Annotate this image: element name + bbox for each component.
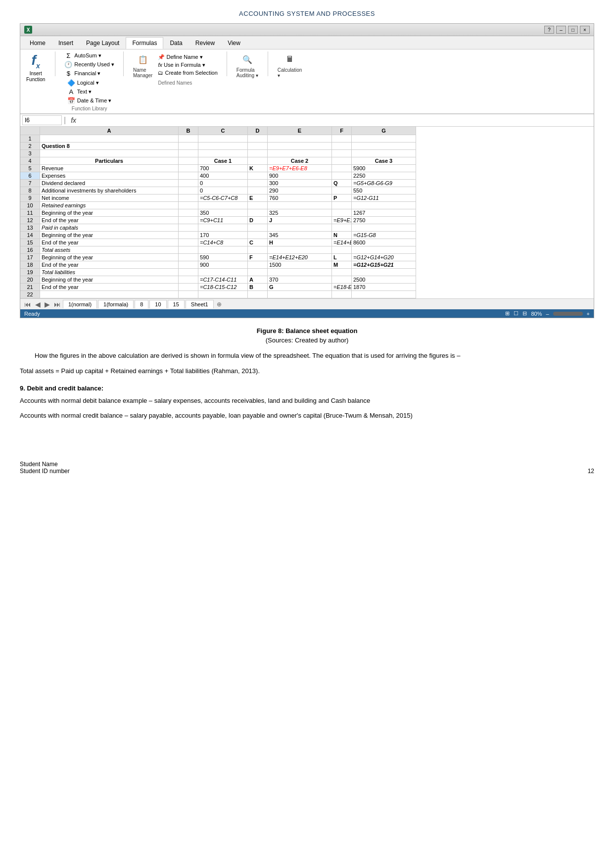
new-sheet-button[interactable]: ⊕ (217, 301, 222, 308)
cell-f5[interactable] (332, 165, 352, 172)
cell-b13[interactable] (179, 224, 198, 232)
cell-a9[interactable]: Net income (40, 194, 179, 202)
restore-button[interactable]: □ (568, 26, 578, 34)
cell-f13[interactable] (332, 224, 352, 232)
cell-e19[interactable] (268, 269, 332, 276)
cell-f19[interactable] (332, 269, 352, 276)
cell-d18[interactable] (248, 261, 268, 269)
sheet-tab-15[interactable]: 15 (168, 300, 185, 308)
cell-f6[interactable] (332, 172, 352, 180)
cell-g1[interactable] (352, 135, 416, 143)
cell-c19[interactable] (198, 269, 248, 276)
cell-a6[interactable]: Expenses (40, 172, 179, 180)
cell-e2[interactable] (268, 143, 332, 150)
cell-f2[interactable] (332, 143, 352, 150)
cell-f20[interactable] (332, 276, 352, 284)
cell-e5[interactable]: =E9+E7+E6-E8 (268, 165, 332, 172)
cell-b20[interactable] (179, 276, 198, 284)
cell-g18[interactable]: =G12+G15+G21 (352, 261, 416, 269)
tab-data[interactable]: Data (163, 37, 189, 49)
zoom-in-icon[interactable]: + (587, 311, 590, 317)
cell-g15[interactable]: 8600 (352, 239, 416, 246)
cell-a4[interactable]: Particulars (40, 157, 179, 165)
cell-c4[interactable]: Case 1 (198, 157, 248, 165)
calculation-button[interactable]: 🖩 Calculation▾ (276, 51, 303, 79)
cell-f22[interactable] (332, 291, 352, 298)
cell-b7[interactable] (179, 180, 198, 187)
cell-d16[interactable] (248, 246, 268, 254)
use-in-formula-button[interactable]: fx Use in Formula ▾ (157, 61, 218, 69)
cell-d8[interactable] (248, 187, 268, 194)
cell-b11[interactable] (179, 209, 198, 217)
cell-d11[interactable] (248, 209, 268, 217)
cell-c2[interactable] (198, 143, 248, 150)
cell-a11[interactable]: Beginning of the year (40, 209, 179, 217)
cell-c20[interactable]: =C17-C14-C11 (198, 276, 248, 284)
zoom-slider[interactable] (553, 312, 583, 316)
cell-b16[interactable] (179, 246, 198, 254)
text-button[interactable]: A Text ▾ (66, 88, 113, 96)
cell-c22[interactable] (198, 291, 248, 298)
cell-e3[interactable] (268, 150, 332, 157)
cell-a5[interactable]: Revenue (40, 165, 179, 172)
title-bar-controls[interactable]: ? – □ × (544, 26, 590, 34)
cell-g7[interactable]: =G5+G8-G6-G9 (352, 180, 416, 187)
cell-b9[interactable] (179, 194, 198, 202)
create-from-selection-button[interactable]: 🗂 Create from Selection (157, 69, 218, 76)
cell-a1[interactable] (40, 135, 179, 143)
cell-e10[interactable] (268, 202, 332, 209)
cell-a7[interactable]: Dividend declared (40, 180, 179, 187)
cell-g16[interactable] (352, 246, 416, 254)
cell-f3[interactable] (332, 150, 352, 157)
cell-a8[interactable]: Additional investments by shareholders (40, 187, 179, 194)
cell-e12[interactable]: J (268, 217, 332, 224)
cell-c14[interactable]: 170 (198, 232, 248, 239)
cell-a12[interactable]: End of the year (40, 217, 179, 224)
cell-g4[interactable]: Case 3 (352, 157, 416, 165)
cell-a3[interactable] (40, 150, 179, 157)
cell-g6[interactable]: 2250 (352, 172, 416, 180)
sheet-tab-10[interactable]: 10 (149, 300, 166, 308)
cell-e13[interactable] (268, 224, 332, 232)
tab-home[interactable]: Home (23, 37, 52, 49)
sheet-tab-sheet1[interactable]: Sheet1 (186, 300, 214, 308)
tab-view[interactable]: View (221, 37, 247, 49)
cell-d10[interactable] (248, 202, 268, 209)
sheet-nav-next[interactable]: ▶ (43, 300, 52, 308)
cell-c13[interactable] (198, 224, 248, 232)
cell-g14[interactable]: =G15-G8 (352, 232, 416, 239)
tab-insert[interactable]: Insert (52, 37, 80, 49)
cell-e8[interactable]: 290 (268, 187, 332, 194)
cell-b8[interactable] (179, 187, 198, 194)
cell-c5[interactable]: 700 (198, 165, 248, 172)
cell-f18[interactable]: M (332, 261, 352, 269)
cell-g21[interactable]: 1870 (352, 284, 416, 291)
tab-review[interactable]: Review (189, 37, 221, 49)
cell-f21[interactable]: =E18-E15-E12 (332, 284, 352, 291)
cell-c10[interactable] (198, 202, 248, 209)
cell-g2[interactable] (352, 143, 416, 150)
cell-e1[interactable] (268, 135, 332, 143)
cell-e22[interactable] (268, 291, 332, 298)
cell-a18[interactable]: End of the year (40, 261, 179, 269)
cell-e7[interactable]: 300 (268, 180, 332, 187)
cell-c17[interactable]: 590 (198, 254, 248, 261)
insert-function-button[interactable]: fx InsertFunction (24, 51, 47, 84)
recently-used-button[interactable]: 🕐 Recently Used ▾ (63, 60, 115, 69)
cell-e15[interactable]: H (268, 239, 332, 246)
cell-b1[interactable] (179, 135, 198, 143)
cell-c8[interactable]: 0 (198, 187, 248, 194)
cell-c7[interactable]: 0 (198, 180, 248, 187)
minimize-button[interactable]: – (556, 26, 566, 34)
cell-g12[interactable]: 2750 (352, 217, 416, 224)
cell-a19[interactable]: Total liabilities (40, 269, 179, 276)
cell-f14[interactable]: N (332, 232, 352, 239)
cell-c6[interactable]: 400 (198, 172, 248, 180)
cell-c18[interactable]: 900 (198, 261, 248, 269)
cell-d14[interactable] (248, 232, 268, 239)
cell-d4[interactable] (248, 157, 268, 165)
cell-b12[interactable] (179, 217, 198, 224)
cell-f17[interactable]: L (332, 254, 352, 261)
name-box[interactable] (22, 115, 62, 125)
cell-g10[interactable] (352, 202, 416, 209)
